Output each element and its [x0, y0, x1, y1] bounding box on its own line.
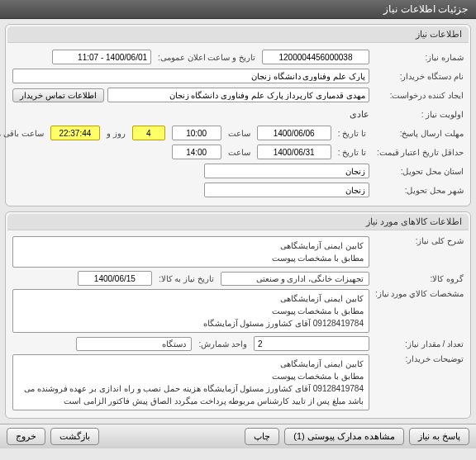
- print-button[interactable]: چاپ: [245, 428, 279, 445]
- province-field[interactable]: [204, 164, 369, 178]
- buyer-label: نام دستگاه خریدار:: [373, 72, 464, 81]
- priority-value: عادی: [350, 109, 369, 120]
- need-date-field[interactable]: [78, 271, 152, 286]
- reply-date-field[interactable]: [257, 126, 331, 140]
- back-button[interactable]: بازگشت: [50, 428, 99, 445]
- unit-label: واحد شمارش:: [195, 339, 250, 349]
- remaining-label: ساعت باقی مانده: [0, 129, 47, 138]
- creator-field[interactable]: [107, 88, 369, 102]
- priority-label: اولویت نیاز :: [373, 110, 464, 119]
- footer-toolbar: پاسخ به نیاز مشاهده مدارک پیوستی (1) چاپ…: [0, 424, 476, 448]
- announce-label: تاریخ و ساعت اعلان عمومی:: [155, 53, 259, 62]
- need-info-panel: اطلاعات نیاز شماره نیاز: تاریخ و ساعت اع…: [5, 24, 471, 206]
- need-no-label: شماره نیاز:: [373, 53, 464, 62]
- need-no-field[interactable]: [262, 50, 369, 64]
- need-date-label: تاریخ نیاز به کالا:: [155, 274, 217, 283]
- need-info-title: اطلاعات نیاز: [7, 26, 469, 43]
- goods-info-title: اطلاعات کالاهای مورد نیاز: [7, 214, 469, 230]
- days-remaining-field: [132, 126, 165, 140]
- time-remaining-field: [50, 126, 100, 140]
- reply-time-field[interactable]: [172, 126, 221, 140]
- price-time-field[interactable]: [172, 145, 221, 159]
- exit-button[interactable]: خروج: [7, 428, 45, 445]
- announce-field[interactable]: [52, 50, 151, 64]
- to-date-label-1: تا تاریخ :: [335, 129, 369, 138]
- reply-deadline-label: مهلت ارسال پاسخ:: [373, 129, 464, 138]
- time-label-1: ساعت: [225, 129, 254, 138]
- province-label: استان محل تحویل:: [373, 167, 464, 176]
- window-title: جزئیات اطلاعات نیاز: [383, 3, 468, 15]
- specs-field: کابین ایمنی آزمایشگاهی مطابق با مشخصات پ…: [12, 289, 369, 333]
- notes-field: کابین ایمنی آزمایشگاهی مطابق با مشخصات پ…: [12, 354, 369, 410]
- window-titlebar: جزئیات اطلاعات نیاز: [0, 0, 476, 19]
- reply-button[interactable]: پاسخ به نیاز: [409, 428, 469, 445]
- price-date-field[interactable]: [257, 145, 331, 159]
- general-desc-label: شرح کلی نیاز:: [373, 236, 464, 245]
- attachments-button[interactable]: مشاهده مدارک پیوستی (1): [284, 428, 404, 445]
- creator-label: ایجاد کننده درخواست:: [373, 91, 464, 100]
- time-label-2: ساعت: [225, 148, 254, 157]
- buyer-field[interactable]: [12, 69, 369, 83]
- goods-info-panel: اطلاعات کالاهای مورد نیاز شرح کلی نیاز: …: [5, 211, 471, 419]
- general-desc-field: کابین ایمنی آزمایشگاهی مطابق با مشخصات پ…: [12, 236, 369, 268]
- specs-label: مشخصات کالاي مورد نیاز:: [373, 289, 464, 298]
- price-credit-label: حداقل تاریخ اعتبار قیمت:: [373, 148, 464, 157]
- to-date-label-2: تا تاریخ :: [335, 148, 369, 157]
- city-field[interactable]: [204, 183, 369, 197]
- goods-group-label: گروه کالا:: [373, 274, 464, 283]
- city-label: شهر محل تحویل:: [373, 186, 464, 195]
- qty-label: تعداد / مقدار نیاز:: [373, 339, 464, 349]
- contact-buyer-button[interactable]: اطلاعات تماس خریدار: [12, 88, 104, 102]
- unit-field: دستگاه: [76, 337, 192, 351]
- qty-field[interactable]: [254, 336, 369, 351]
- goods-group-field: تجهیزات خانگی، اداری و صنعتی: [221, 272, 369, 286]
- days-label: روز و: [103, 129, 129, 138]
- notes-label: توضیحات خریدار:: [373, 354, 464, 363]
